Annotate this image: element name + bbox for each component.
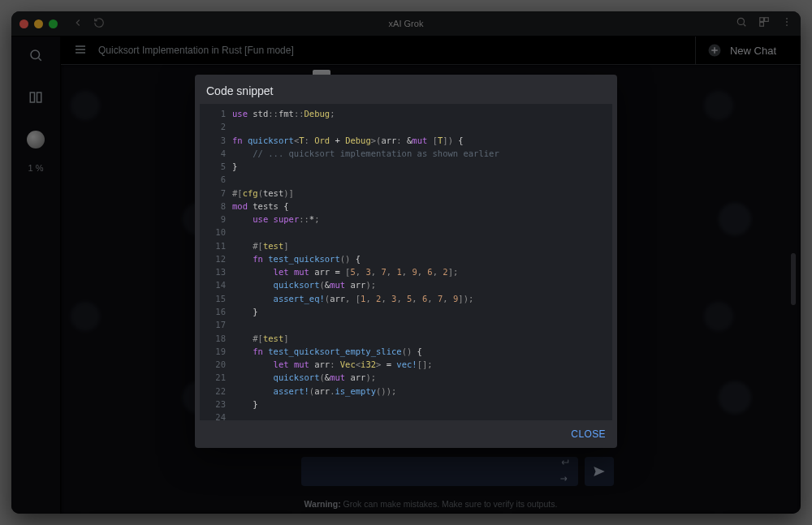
line-number: 17 <box>200 318 232 331</box>
line-number: 6 <box>200 173 232 186</box>
line-number: 2 <box>200 120 232 133</box>
code-line: 21 quicksort(&mut arr); <box>200 371 612 384</box>
modal-overlay[interactable]: Code snippet 1use std::fmt::Debug;23fn q… <box>11 11 801 514</box>
line-number: 5 <box>200 160 232 173</box>
modal-title: Code snippet <box>195 75 617 104</box>
line-content: } <box>232 305 266 318</box>
line-number: 16 <box>200 305 232 318</box>
code-line: 22 assert!(arr.is_empty()); <box>200 385 612 398</box>
code-line: 5} <box>200 160 612 173</box>
line-number: 22 <box>200 385 232 398</box>
code-line: 6 <box>200 173 612 186</box>
line-number: 9 <box>200 213 232 226</box>
line-content: #[test] <box>232 332 297 345</box>
line-content: fn test_quicksort() { <box>232 252 369 265</box>
code-line: 12 fn test_quicksort() { <box>200 252 612 265</box>
line-content: #[cfg(test)] <box>232 187 302 200</box>
line-number: 7 <box>200 187 232 200</box>
line-number: 12 <box>200 252 232 265</box>
line-number: 14 <box>200 278 232 291</box>
line-content: } <box>232 160 245 173</box>
code-line: 4 // ... quicksort implementation as sho… <box>200 147 612 160</box>
code-line: 9 use super::*; <box>200 213 612 226</box>
code-snippet-modal: Code snippet 1use std::fmt::Debug;23fn q… <box>195 75 617 448</box>
line-content: // ... quicksort implementation as shown… <box>232 147 508 160</box>
code-line: 2 <box>200 120 612 133</box>
code-line: 20 let mut arr: Vec<i32> = vec![]; <box>200 358 612 371</box>
line-content: quicksort(&mut arr); <box>232 371 384 384</box>
line-number: 23 <box>200 398 232 411</box>
line-content: assert!(arr.is_empty()); <box>232 385 404 398</box>
code-line: 3fn quicksort<T: Ord + Debug>(arr: &mut … <box>200 134 612 147</box>
code-line: 23 } <box>200 398 612 411</box>
code-line: 19 fn test_quicksort_empty_slice() { <box>200 345 612 358</box>
line-number: 20 <box>200 358 232 371</box>
line-content <box>232 173 240 186</box>
line-number: 18 <box>200 332 232 345</box>
line-number: 15 <box>200 292 232 305</box>
line-number: 24 <box>200 411 232 420</box>
line-number: 1 <box>200 107 232 120</box>
code-line: 13 let mut arr = [5, 3, 7, 1, 9, 6, 2]; <box>200 265 612 278</box>
line-content: let mut arr: Vec<i32> = vec![]; <box>232 358 441 371</box>
code-block[interactable]: 1use std::fmt::Debug;23fn quicksort<T: O… <box>200 104 612 420</box>
code-line: 10 <box>200 226 612 239</box>
line-number: 4 <box>200 147 232 160</box>
line-content: let mut arr = [5, 3, 7, 1, 9, 6, 2]; <box>232 265 466 278</box>
line-content: fn test_quicksort_empty_slice() { <box>232 345 430 358</box>
code-line: 24 <box>200 411 612 420</box>
line-content <box>232 226 240 239</box>
line-number: 13 <box>200 265 232 278</box>
line-content <box>232 411 240 420</box>
code-line: 7#[cfg(test)] <box>200 187 612 200</box>
line-content <box>232 120 240 133</box>
line-number: 21 <box>200 371 232 384</box>
close-button[interactable]: CLOSE <box>571 428 606 440</box>
line-content: } <box>232 398 266 411</box>
line-content: assert_eq!(arr, [1, 2, 3, 5, 6, 7, 9]); <box>232 292 482 305</box>
code-line: 1use std::fmt::Debug; <box>200 107 612 120</box>
line-number: 8 <box>200 200 232 213</box>
line-number: 3 <box>200 134 232 147</box>
line-number: 10 <box>200 226 232 239</box>
code-line: 15 assert_eq!(arr, [1, 2, 3, 5, 6, 7, 9]… <box>200 292 612 305</box>
line-content: mod tests { <box>232 200 297 213</box>
code-line: 11 #[test] <box>200 239 612 252</box>
line-number: 11 <box>200 239 232 252</box>
code-line: 17 <box>200 318 612 331</box>
line-number: 19 <box>200 345 232 358</box>
line-content: fn quicksort<T: Ord + Debug>(arr: &mut [… <box>232 134 472 147</box>
line-content: #[test] <box>232 239 297 252</box>
code-line: 14 quicksort(&mut arr); <box>200 278 612 291</box>
app-window: xAI Grok <box>11 11 801 514</box>
line-content: use super::*; <box>232 213 328 226</box>
line-content: use std::fmt::Debug; <box>232 107 343 120</box>
code-line: 8mod tests { <box>200 200 612 213</box>
code-line: 18 #[test] <box>200 332 612 345</box>
code-line: 16 } <box>200 305 612 318</box>
line-content: quicksort(&mut arr); <box>232 278 384 291</box>
line-content <box>232 318 240 331</box>
